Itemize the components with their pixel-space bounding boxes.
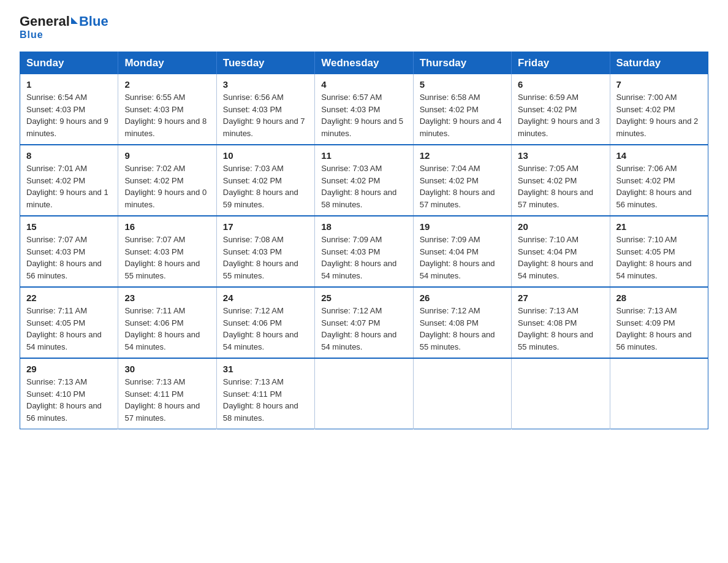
calendar-week-row: 15Sunrise: 7:07 AMSunset: 4:03 PMDayligh… bbox=[20, 216, 708, 287]
day-info: Sunrise: 7:12 AMSunset: 4:06 PMDaylight:… bbox=[223, 305, 308, 353]
day-number: 26 bbox=[420, 293, 505, 303]
calendar-day-cell: 2Sunrise: 6:55 AMSunset: 4:03 PMDaylight… bbox=[118, 74, 216, 145]
calendar-week-row: 1Sunrise: 6:54 AMSunset: 4:03 PMDaylight… bbox=[20, 74, 708, 145]
day-number: 23 bbox=[124, 293, 210, 303]
day-info: Sunrise: 7:08 AMSunset: 4:03 PMDaylight:… bbox=[223, 234, 308, 282]
day-info: Sunrise: 7:11 AMSunset: 4:05 PMDaylight:… bbox=[26, 305, 112, 353]
day-info: Sunrise: 7:00 AMSunset: 4:02 PMDaylight:… bbox=[616, 91, 702, 139]
logo-general-text: General bbox=[20, 15, 70, 28]
day-number: 31 bbox=[223, 364, 308, 374]
day-number: 15 bbox=[26, 221, 112, 232]
calendar-day-cell: 23Sunrise: 7:11 AMSunset: 4:06 PMDayligh… bbox=[118, 287, 216, 358]
day-number: 20 bbox=[518, 221, 603, 232]
calendar-day-cell: 15Sunrise: 7:07 AMSunset: 4:03 PMDayligh… bbox=[20, 216, 118, 287]
day-info: Sunrise: 7:07 AMSunset: 4:03 PMDaylight:… bbox=[124, 234, 210, 282]
weekday-header-tuesday: Tuesday bbox=[216, 52, 314, 75]
day-number: 29 bbox=[26, 364, 112, 374]
calendar-day-cell: 21Sunrise: 7:10 AMSunset: 4:05 PMDayligh… bbox=[610, 216, 708, 287]
day-number: 12 bbox=[420, 150, 505, 161]
day-number: 10 bbox=[223, 150, 308, 161]
weekday-header-sunday: Sunday bbox=[20, 52, 118, 75]
weekday-header-monday: Monday bbox=[118, 52, 216, 75]
day-info: Sunrise: 6:57 AMSunset: 4:03 PMDaylight:… bbox=[321, 91, 406, 139]
day-info: Sunrise: 7:03 AMSunset: 4:02 PMDaylight:… bbox=[321, 163, 406, 210]
page-header: General Blue Blue bbox=[20, 15, 708, 40]
day-info: Sunrise: 7:10 AMSunset: 4:04 PMDaylight:… bbox=[518, 234, 603, 282]
day-number: 2 bbox=[124, 79, 210, 90]
day-info: Sunrise: 7:09 AMSunset: 4:04 PMDaylight:… bbox=[420, 234, 505, 282]
calendar-day-cell: 5Sunrise: 6:58 AMSunset: 4:02 PMDaylight… bbox=[413, 74, 511, 145]
day-info: Sunrise: 6:54 AMSunset: 4:03 PMDaylight:… bbox=[26, 91, 112, 139]
day-info: Sunrise: 7:13 AMSunset: 4:11 PMDaylight:… bbox=[223, 376, 308, 424]
calendar-day-cell: 9Sunrise: 7:02 AMSunset: 4:02 PMDaylight… bbox=[118, 145, 216, 216]
day-info: Sunrise: 7:05 AMSunset: 4:02 PMDaylight:… bbox=[518, 163, 603, 210]
calendar-day-cell: 4Sunrise: 6:57 AMSunset: 4:03 PMDaylight… bbox=[315, 74, 413, 145]
day-number: 5 bbox=[420, 79, 505, 90]
calendar-day-cell: 22Sunrise: 7:11 AMSunset: 4:05 PMDayligh… bbox=[20, 287, 118, 358]
day-info: Sunrise: 6:58 AMSunset: 4:02 PMDaylight:… bbox=[420, 91, 505, 139]
calendar-day-cell: 1Sunrise: 6:54 AMSunset: 4:03 PMDaylight… bbox=[20, 74, 118, 145]
logo-blue-text: Blue bbox=[79, 15, 108, 28]
day-number: 1 bbox=[26, 79, 112, 90]
weekday-header-wednesday: Wednesday bbox=[315, 52, 413, 75]
calendar-day-cell: 28Sunrise: 7:13 AMSunset: 4:09 PMDayligh… bbox=[610, 287, 708, 358]
calendar-day-cell: 3Sunrise: 6:56 AMSunset: 4:03 PMDaylight… bbox=[216, 74, 314, 145]
weekday-header-saturday: Saturday bbox=[610, 52, 708, 75]
day-number: 3 bbox=[223, 79, 308, 90]
calendar-day-cell: 18Sunrise: 7:09 AMSunset: 4:03 PMDayligh… bbox=[315, 216, 413, 287]
day-number: 19 bbox=[420, 221, 505, 232]
day-info: Sunrise: 7:13 AMSunset: 4:10 PMDaylight:… bbox=[26, 376, 112, 424]
calendar-day-cell bbox=[413, 358, 511, 429]
calendar-day-cell: 6Sunrise: 6:59 AMSunset: 4:02 PMDaylight… bbox=[512, 74, 610, 145]
calendar-day-cell: 19Sunrise: 7:09 AMSunset: 4:04 PMDayligh… bbox=[413, 216, 511, 287]
day-number: 11 bbox=[321, 150, 406, 161]
day-number: 25 bbox=[321, 293, 406, 303]
calendar-day-cell bbox=[610, 358, 708, 429]
day-number: 7 bbox=[616, 79, 702, 90]
calendar-week-row: 22Sunrise: 7:11 AMSunset: 4:05 PMDayligh… bbox=[20, 287, 708, 358]
day-number: 16 bbox=[124, 221, 210, 232]
calendar-day-cell: 12Sunrise: 7:04 AMSunset: 4:02 PMDayligh… bbox=[413, 145, 511, 216]
logo-underline: Blue bbox=[20, 29, 44, 40]
calendar-day-cell: 31Sunrise: 7:13 AMSunset: 4:11 PMDayligh… bbox=[216, 358, 314, 429]
calendar-week-row: 29Sunrise: 7:13 AMSunset: 4:10 PMDayligh… bbox=[20, 358, 708, 429]
day-info: Sunrise: 6:56 AMSunset: 4:03 PMDaylight:… bbox=[223, 91, 308, 139]
day-number: 17 bbox=[223, 221, 308, 232]
calendar-day-cell: 17Sunrise: 7:08 AMSunset: 4:03 PMDayligh… bbox=[216, 216, 314, 287]
day-info: Sunrise: 7:09 AMSunset: 4:03 PMDaylight:… bbox=[321, 234, 406, 282]
day-info: Sunrise: 7:12 AMSunset: 4:07 PMDaylight:… bbox=[321, 305, 406, 353]
calendar-day-cell: 14Sunrise: 7:06 AMSunset: 4:02 PMDayligh… bbox=[610, 145, 708, 216]
calendar-day-cell bbox=[512, 358, 610, 429]
calendar-day-cell: 20Sunrise: 7:10 AMSunset: 4:04 PMDayligh… bbox=[512, 216, 610, 287]
weekday-header-thursday: Thursday bbox=[413, 52, 511, 75]
day-number: 30 bbox=[124, 364, 210, 374]
calendar-day-cell: 25Sunrise: 7:12 AMSunset: 4:07 PMDayligh… bbox=[315, 287, 413, 358]
day-number: 6 bbox=[518, 79, 603, 90]
calendar-day-cell: 13Sunrise: 7:05 AMSunset: 4:02 PMDayligh… bbox=[512, 145, 610, 216]
day-info: Sunrise: 7:04 AMSunset: 4:02 PMDaylight:… bbox=[420, 163, 505, 210]
day-info: Sunrise: 6:55 AMSunset: 4:03 PMDaylight:… bbox=[124, 91, 210, 139]
calendar-table: SundayMondayTuesdayWednesdayThursdayFrid… bbox=[20, 52, 708, 429]
day-number: 28 bbox=[616, 293, 702, 303]
calendar-day-cell: 30Sunrise: 7:13 AMSunset: 4:11 PMDayligh… bbox=[118, 358, 216, 429]
day-info: Sunrise: 7:01 AMSunset: 4:02 PMDaylight:… bbox=[26, 163, 112, 210]
logo: General Blue Blue bbox=[20, 15, 108, 40]
day-info: Sunrise: 7:13 AMSunset: 4:08 PMDaylight:… bbox=[518, 305, 603, 353]
calendar-week-row: 8Sunrise: 7:01 AMSunset: 4:02 PMDaylight… bbox=[20, 145, 708, 216]
day-number: 27 bbox=[518, 293, 603, 303]
calendar-day-cell: 7Sunrise: 7:00 AMSunset: 4:02 PMDaylight… bbox=[610, 74, 708, 145]
weekday-header-friday: Friday bbox=[512, 52, 610, 75]
day-number: 9 bbox=[124, 150, 210, 161]
weekday-header-row: SundayMondayTuesdayWednesdayThursdayFrid… bbox=[20, 52, 708, 75]
calendar-day-cell: 16Sunrise: 7:07 AMSunset: 4:03 PMDayligh… bbox=[118, 216, 216, 287]
calendar-day-cell: 29Sunrise: 7:13 AMSunset: 4:10 PMDayligh… bbox=[20, 358, 118, 429]
calendar-day-cell bbox=[315, 358, 413, 429]
calendar-day-cell: 26Sunrise: 7:12 AMSunset: 4:08 PMDayligh… bbox=[413, 287, 511, 358]
day-number: 14 bbox=[616, 150, 702, 161]
day-number: 18 bbox=[321, 221, 406, 232]
day-info: Sunrise: 7:10 AMSunset: 4:05 PMDaylight:… bbox=[616, 234, 702, 282]
day-info: Sunrise: 7:06 AMSunset: 4:02 PMDaylight:… bbox=[616, 163, 702, 210]
calendar-day-cell: 27Sunrise: 7:13 AMSunset: 4:08 PMDayligh… bbox=[512, 287, 610, 358]
day-info: Sunrise: 7:13 AMSunset: 4:11 PMDaylight:… bbox=[124, 376, 210, 424]
day-number: 24 bbox=[223, 293, 308, 303]
